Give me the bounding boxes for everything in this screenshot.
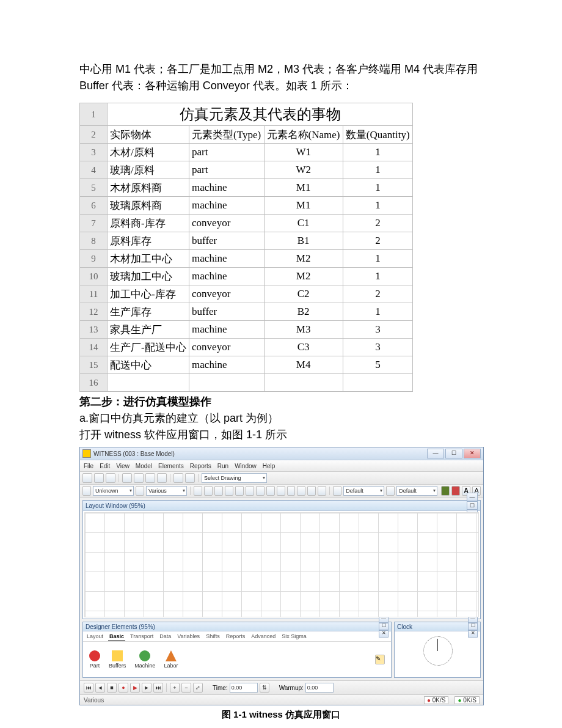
unknown-dropdown[interactable]: Unknown [93,486,134,496]
rownum: 7 [80,215,108,232]
layer-icon[interactable] [136,486,144,496]
zoom-out-icon[interactable]: − [181,683,191,693]
tool-icon[interactable] [266,486,275,496]
cell-a: 木材/原料 [108,144,189,161]
tab-basic[interactable]: Basic [108,633,125,641]
menu-run[interactable]: Run [217,463,228,469]
tab-layout[interactable]: Layout [86,633,104,641]
cell-c: M1 [264,179,343,197]
menu-edit[interactable]: Edit [100,463,110,469]
tool-icon[interactable] [307,486,316,496]
tab-six-sigma[interactable]: Six Sigma [280,633,308,641]
menu-help[interactable]: Help [263,463,276,469]
print-icon[interactable] [122,473,132,483]
style-icon[interactable] [333,486,341,496]
cell-empty [108,374,189,392]
tool-icon[interactable] [256,486,265,496]
tool-icon[interactable] [235,486,244,496]
tool-icon[interactable] [194,486,202,496]
lock-icon[interactable] [318,486,326,496]
cell-a: 家具生产厂 [108,321,189,339]
layout-grid-canvas[interactable] [84,512,479,617]
maximize-button[interactable]: ☐ [445,449,462,458]
cell-c: C3 [264,339,343,356]
element-buffers[interactable]: Buffers [109,650,126,669]
tab-data[interactable]: Data [158,633,172,641]
minimize-button[interactable]: — [427,449,444,458]
step-forward-icon[interactable]: ► [142,683,151,693]
redo-icon[interactable] [185,473,195,483]
cell-b: machine [189,356,264,374]
tab-transport[interactable]: Transport [129,633,155,641]
cell-empty [189,374,264,392]
cell-c: M2 [264,268,343,285]
tool-icon[interactable] [225,486,233,496]
cell-b: machine [189,179,264,197]
layout-maximize-button[interactable]: ☐ [467,501,478,510]
tab-shifts[interactable]: Shifts [205,633,221,641]
menu-file[interactable]: File [84,463,93,469]
color-square-icon[interactable] [441,486,450,496]
open-icon[interactable] [94,473,104,483]
play-icon[interactable]: ▶ [130,683,140,693]
element-part[interactable]: Part [89,650,100,669]
rewind-icon[interactable]: ⏮ [84,683,93,693]
various-dropdown[interactable]: Various [146,486,187,496]
stop-icon[interactable]: ■ [107,683,117,693]
element-labor[interactable]: Labor [164,650,178,669]
time-value[interactable]: 0.00 [230,683,258,693]
tool-icon[interactable] [287,486,296,496]
zoom-in-icon[interactable]: + [170,683,180,693]
panel-close-button[interactable]: ✕ [379,630,389,638]
cut-icon[interactable] [134,473,144,483]
layout-window: Layout Window (95%) — ☐ ✕ [82,500,481,619]
tool-icon[interactable] [277,486,285,496]
tab-variables[interactable]: Variables [176,633,201,641]
layout-minimize-button[interactable]: — [467,493,478,501]
new-icon[interactable] [82,473,92,483]
menu-window[interactable]: Window [235,463,257,469]
tool-icon[interactable] [214,486,223,496]
menu-view[interactable]: View [116,463,130,469]
cell-c: W1 [264,144,343,161]
color-square-icon[interactable] [451,486,460,496]
intro-paragraph: 中心用 M1 代表；各工厂是加工点用 M2，M3 代表；各客户终端用 M4 代表… [79,61,483,94]
status-left: Various [84,697,104,704]
copy-icon[interactable] [145,473,155,483]
color-icon[interactable] [386,486,395,496]
close-button[interactable]: ✕ [464,449,481,458]
default-dropdown-1[interactable]: Default [343,486,384,496]
tool-icon[interactable] [246,486,254,496]
tool-icon[interactable] [297,486,305,496]
tab-advanced[interactable]: Advanced [250,633,277,641]
rownum: 11 [80,285,108,303]
clock-close-button[interactable]: ✕ [468,630,478,638]
element-icon[interactable] [82,486,91,496]
col-header-qty: 数量(Quantity) [343,126,412,144]
app-icon [82,449,91,458]
menu-model[interactable]: Model [136,463,152,469]
menu-reports[interactable]: Reports [190,463,211,469]
pencil-icon[interactable]: ✎ [375,655,385,664]
warmup-value[interactable]: 0.00 [305,683,334,693]
select-drawing-dropdown[interactable]: Select Drawing [202,473,267,483]
paste-icon[interactable] [157,473,167,483]
clock-maximize-button[interactable]: ☐ [468,623,478,630]
record-icon[interactable]: ● [119,683,128,693]
save-icon[interactable] [106,473,115,483]
titlebar[interactable]: WITNESS (003 : Base Model) — ☐ ✕ [80,447,483,460]
element-machine[interactable]: Machine [134,650,155,669]
tool-icon[interactable] [204,486,213,496]
tab-reports[interactable]: Reports [225,633,247,641]
status-rate-1: ● 0K/S [424,696,449,704]
fast-forward-icon[interactable]: ⏭ [153,683,163,693]
fit-icon[interactable]: ⤢ [193,683,203,693]
window-title: WITNESS (003 : Base Model) [93,450,175,457]
time-stepper-icon[interactable]: ⇅ [260,683,269,693]
menu-elements[interactable]: Elements [158,463,184,469]
step-back-icon[interactable]: ◄ [95,683,105,693]
default-dropdown-2[interactable]: Default [396,486,437,496]
undo-icon[interactable] [173,473,183,483]
panel-maximize-button[interactable]: ☐ [379,623,389,630]
cell-a: 原料商-库存 [108,215,189,232]
